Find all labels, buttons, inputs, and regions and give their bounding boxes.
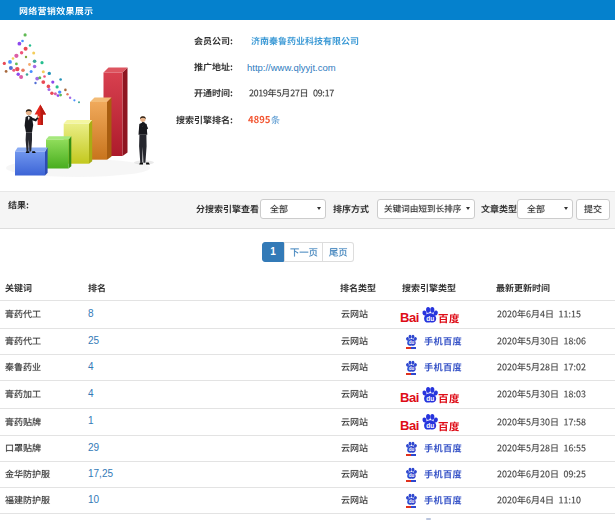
svg-text:du: du bbox=[426, 314, 434, 321]
svg-text:du: du bbox=[409, 447, 415, 452]
svg-text:du: du bbox=[409, 340, 415, 345]
svg-text:du: du bbox=[409, 473, 415, 478]
svg-text:du: du bbox=[409, 366, 415, 371]
svg-text:du: du bbox=[426, 422, 434, 429]
svg-text:du: du bbox=[409, 499, 415, 504]
svg-text:du: du bbox=[426, 394, 434, 401]
